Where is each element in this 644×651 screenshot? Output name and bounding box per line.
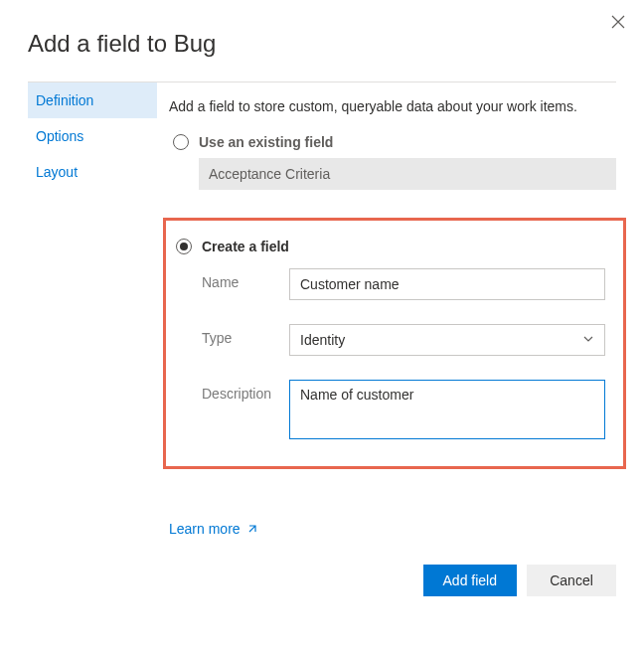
type-row: Type Identity bbox=[202, 324, 605, 356]
radio-checked-icon[interactable] bbox=[176, 239, 192, 254]
dialog-title: Add a field to Bug bbox=[28, 30, 616, 58]
intro-text: Add a field to store custom, queryable d… bbox=[169, 98, 616, 114]
chevron-down-icon bbox=[582, 332, 594, 348]
type-select[interactable]: Identity bbox=[289, 324, 605, 356]
name-label: Name bbox=[202, 268, 289, 290]
sidebar: Definition Options Layout bbox=[28, 82, 157, 627]
sidebar-item-definition[interactable]: Definition bbox=[28, 82, 157, 118]
existing-field-input-wrap bbox=[199, 158, 616, 190]
sidebar-item-layout[interactable]: Layout bbox=[28, 154, 157, 190]
dialog-footer: Add field Cancel bbox=[169, 565, 616, 596]
create-field-label: Create a field bbox=[202, 239, 289, 254]
radio-unchecked-icon[interactable] bbox=[173, 134, 189, 150]
type-value: Identity bbox=[300, 332, 345, 348]
add-field-dialog: Add a field to Bug Definition Options La… bbox=[0, 0, 644, 651]
name-input[interactable] bbox=[289, 268, 605, 300]
add-field-button[interactable]: Add field bbox=[423, 565, 517, 596]
main-panel: Add a field to store custom, queryable d… bbox=[157, 82, 616, 627]
description-label: Description bbox=[202, 380, 289, 402]
learn-more-label: Learn more bbox=[169, 521, 241, 537]
name-row: Name bbox=[202, 268, 605, 300]
existing-field-label: Use an existing field bbox=[199, 134, 333, 150]
dialog-content: Definition Options Layout Add a field to… bbox=[28, 82, 616, 627]
create-field-option[interactable]: Create a field bbox=[176, 239, 605, 254]
close-button[interactable] bbox=[610, 14, 626, 33]
cancel-button[interactable]: Cancel bbox=[527, 565, 616, 596]
type-label: Type bbox=[202, 324, 289, 346]
external-link-icon bbox=[246, 523, 258, 535]
close-icon bbox=[610, 14, 626, 30]
existing-field-option[interactable]: Use an existing field bbox=[173, 134, 616, 150]
description-row: Description bbox=[202, 380, 605, 442]
learn-more-link[interactable]: Learn more bbox=[169, 521, 258, 537]
sidebar-item-options[interactable]: Options bbox=[28, 118, 157, 154]
description-input[interactable] bbox=[289, 380, 605, 439]
create-field-highlight: Create a field Name Type Identity bbox=[163, 218, 626, 469]
existing-field-select[interactable] bbox=[199, 158, 616, 190]
